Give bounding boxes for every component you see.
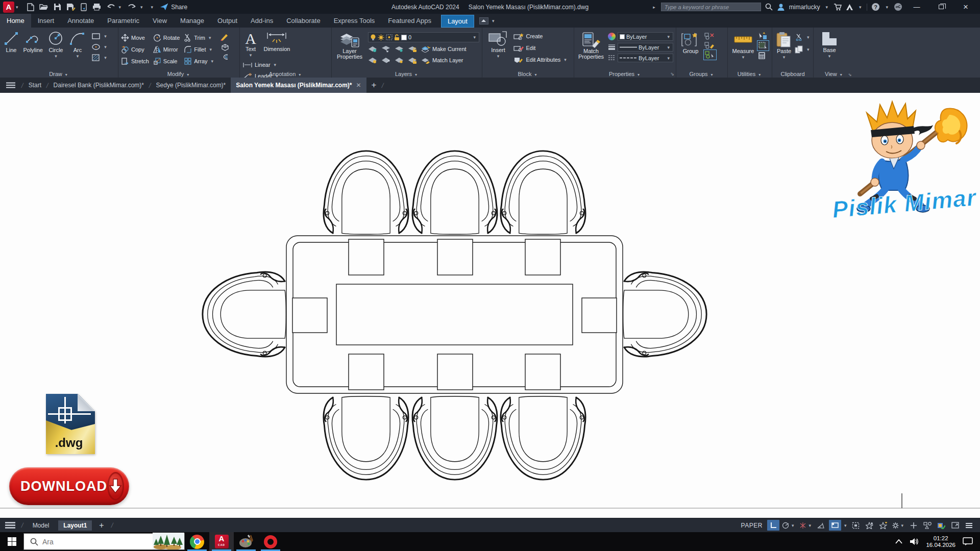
trim-button[interactable]: Trim▾ <box>184 33 215 42</box>
panel-label-block[interactable]: Block ▾ <box>482 71 574 77</box>
action-center-icon[interactable] <box>963 537 973 546</box>
taskbar-search-input[interactable] <box>42 538 149 546</box>
ungroup-icon[interactable] <box>704 32 715 40</box>
user-caret-icon[interactable]: ▾ <box>825 5 828 10</box>
tab-layout[interactable]: Layout <box>441 15 474 28</box>
username-label[interactable]: mimarlucky <box>789 4 820 11</box>
panel-label-layers[interactable]: Layers ▾ <box>332 71 482 77</box>
dining-table-drawing[interactable] <box>203 151 706 480</box>
restore-button[interactable] <box>931 0 951 14</box>
tab-insert[interactable]: Insert <box>31 14 61 28</box>
circle-caret-icon[interactable]: ▾ <box>55 54 57 59</box>
file-tab-sedye[interactable]: Sedye (PislikMimar.com)* <box>151 78 231 93</box>
ribbon-display-caret-icon[interactable]: ▾ <box>492 18 495 23</box>
array-button[interactable]: Array▾ <box>184 56 215 66</box>
model-tab[interactable]: Model <box>28 520 55 531</box>
file-tab-salon-yemek-masasi[interactable]: Salon Yemek Masası (PislikMimar.com)* ✕ <box>231 78 366 93</box>
volume-icon[interactable] <box>910 538 919 545</box>
chair-right[interactable] <box>623 272 706 357</box>
layout-menu-icon[interactable] <box>5 522 15 529</box>
taskbar-gimp[interactable] <box>234 532 258 551</box>
polar-tracking-icon[interactable]: ▾ <box>781 520 797 531</box>
base-caret-icon[interactable]: ▾ <box>828 54 831 59</box>
quick-calculator-icon[interactable] <box>758 52 766 60</box>
layout1-tab[interactable]: Layout1 <box>58 520 92 531</box>
undo-caret-icon[interactable]: ▾ <box>119 5 121 10</box>
chair-bottom-1[interactable] <box>324 396 408 480</box>
autocad-app-icon[interactable]: A <box>3 2 14 13</box>
new-file-icon[interactable] <box>27 3 34 11</box>
tab-featured-apps[interactable]: Featured Apps <box>381 14 438 28</box>
properties-launcher-icon[interactable]: ⇘ <box>670 71 674 77</box>
lineweight-combo[interactable]: ByLayer ▾ <box>618 43 673 52</box>
open-file-icon[interactable] <box>39 4 48 11</box>
download-button[interactable]: DOWNLOAD <box>9 467 129 505</box>
chair-top-3[interactable] <box>501 151 585 234</box>
drawing-canvas[interactable]: Pislik Mimar .dwg DOWNLOAD <box>0 93 980 518</box>
tab-annotate[interactable]: Annotate <box>61 14 101 28</box>
close-button[interactable]: × <box>955 0 976 14</box>
cart-icon[interactable] <box>834 3 842 11</box>
workspace-switching-icon[interactable] <box>908 520 920 531</box>
undo-icon[interactable] <box>106 4 115 10</box>
insert-caret-icon[interactable]: ▾ <box>497 54 500 59</box>
grid-snap-icon[interactable] <box>767 520 779 531</box>
polyline-button[interactable]: Polyline <box>22 29 44 53</box>
panel-label-groups[interactable]: Groups ▾ <box>676 71 727 77</box>
panel-label-utilities[interactable]: Utilities ▾ <box>728 71 772 77</box>
offset-icon[interactable] <box>220 54 229 60</box>
chair-top-1[interactable] <box>324 151 408 234</box>
tab-addins[interactable]: Add-ins <box>244 14 280 28</box>
text-caret-icon[interactable]: ▾ <box>250 53 252 58</box>
mirror-button[interactable]: Mirror <box>153 44 180 54</box>
object-color-combo[interactable]: ByLayer ▾ <box>618 32 673 41</box>
select-similar-icon[interactable] <box>758 41 768 50</box>
autodesk-caret-icon[interactable]: ▾ <box>859 5 862 10</box>
new-layout-button[interactable]: + <box>96 521 107 530</box>
graphics-performance-icon[interactable] <box>935 520 947 531</box>
copy-clip-button[interactable]: ▾ <box>795 44 811 54</box>
linetype-combo[interactable]: ByLayer ▾ <box>618 54 673 62</box>
panel-label-modify[interactable]: Modify ▾ <box>118 71 239 77</box>
linear-dimension-button[interactable]: Linear▾ <box>242 60 280 69</box>
save-as-icon[interactable] <box>66 3 76 11</box>
measure-button[interactable]: Measure ▾ <box>730 30 756 60</box>
help-icon[interactable]: ? <box>871 3 880 11</box>
annotation-scale-gear-icon[interactable]: ▾ <box>891 520 906 531</box>
layer-off-tool-icon[interactable] <box>368 45 378 53</box>
insert-block-button[interactable]: Insert ▾ <box>485 29 511 59</box>
taskbar-chrome[interactable] <box>185 532 209 551</box>
arc-caret-icon[interactable]: ▾ <box>77 54 79 59</box>
taskbar-clock[interactable]: 01:22 16.04.2026 <box>926 535 955 548</box>
rectangle-tool-button[interactable]: ▾ <box>91 31 108 41</box>
paste-caret-icon[interactable]: ▾ <box>783 55 786 60</box>
edit-block-button[interactable]: Edit <box>513 43 568 53</box>
hatch-tool-button[interactable]: ▾ <box>91 53 108 62</box>
share-button[interactable]: Share <box>160 3 187 11</box>
file-tab-start[interactable]: Start <box>23 78 46 93</box>
search-icon[interactable] <box>765 3 773 11</box>
chair-bottom-2[interactable] <box>412 396 497 480</box>
tab-output[interactable]: Output <box>211 14 244 28</box>
dynamic-input-caret-icon[interactable]: ▾ <box>844 523 847 528</box>
file-tab-close-icon[interactable]: ✕ <box>356 82 361 89</box>
explode-icon[interactable] <box>220 43 229 51</box>
tab-view[interactable]: View <box>146 14 174 28</box>
redo-caret-icon[interactable]: ▾ <box>140 5 143 10</box>
keyword-search-input[interactable] <box>661 3 761 11</box>
help-caret-icon[interactable]: ▾ <box>886 5 888 10</box>
copy-button[interactable]: Copy <box>121 44 149 54</box>
match-properties-button[interactable]: Match Properties <box>577 30 605 62</box>
tab-express-tools[interactable]: Express Tools <box>327 14 382 28</box>
start-button[interactable] <box>0 532 23 551</box>
layer-properties-button[interactable]: Layer Properties <box>334 30 365 65</box>
fullscreen-icon[interactable] <box>949 520 961 531</box>
taskbar-search[interactable] <box>23 533 185 550</box>
create-block-button[interactable]: Create <box>513 31 568 41</box>
layer-unisolate-tool-icon[interactable] <box>381 56 391 64</box>
base-button[interactable]: Base ▾ <box>816 29 843 59</box>
match-layer-button[interactable]: Match Layer <box>421 55 463 65</box>
text-button[interactable]: A Text ▾ <box>242 29 259 58</box>
circle-button[interactable]: Circle ▾ <box>46 29 65 59</box>
edit-attributes-button[interactable]: Edit Attributes▾ <box>513 55 568 64</box>
